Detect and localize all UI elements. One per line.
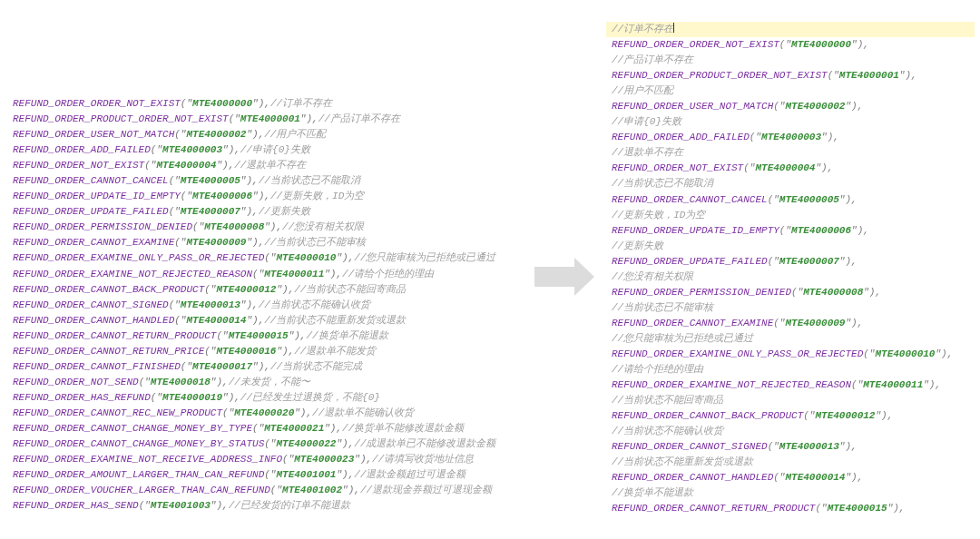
paren-open: (" (181, 96, 192, 112)
enum-line[interactable]: REFUND_ORDER_PERMISSION_DENIED("MTE40000… (606, 285, 975, 300)
code-line[interactable]: REFUND_ORDER_CANNOT_CANCEL("MTE4000005")… (5, 173, 519, 189)
enum-line[interactable]: REFUND_ORDER_PRODUCT_ORDER_NOT_EXIST("MT… (606, 68, 975, 83)
enum-name: REFUND_ORDER_NOT_EXIST (13, 158, 144, 173)
comment-line[interactable]: //请给个拒绝的理由 (606, 362, 975, 377)
tail: , (858, 318, 864, 328)
enum-line[interactable]: REFUND_ORDER_CANNOT_CANCEL("MTE4000005")… (606, 192, 975, 208)
code-line[interactable]: REFUND_ORDER_PERMISSION_DENIED("MTE40000… (5, 220, 519, 235)
enum-line[interactable]: REFUND_ORDER_UPDATE_FAILED("MTE4000007")… (606, 254, 975, 270)
comment-line[interactable]: //当前状态不能重新发货或退款 (606, 455, 975, 470)
comment-line[interactable]: //您只能审核为已拒绝或已通过 (606, 331, 975, 347)
paren-open: (" (282, 452, 294, 467)
enum-line[interactable]: REFUND_ORDER_ADD_FAILED("MTE4000003"), (606, 130, 975, 145)
enum-code: MTE4000008 (204, 220, 264, 235)
enum-line[interactable]: REFUND_ORDER_CANNOT_EXAMINE("MTE4000009"… (606, 316, 975, 331)
paren-close: ") (815, 162, 827, 173)
paren-open: (" (828, 70, 839, 81)
code-line[interactable]: REFUND_ORDER_HAS_REFUND("MTE4000019"),//… (5, 390, 519, 406)
comment-line[interactable]: //当前状态不能回寄商品 (606, 393, 975, 408)
code-line[interactable]: REFUND_ORDER_CANNOT_FINISHED("MTE4000017… (5, 359, 519, 375)
code-line[interactable]: REFUND_ORDER_CANNOT_BACK_PRODUCT("MTE400… (5, 282, 519, 298)
enum-name: REFUND_ORDER_CANNOT_BACK_PRODUCT (13, 282, 204, 298)
enum-line[interactable]: REFUND_ORDER_CANNOT_HANDLED("MTE4000014"… (606, 470, 975, 485)
code-line[interactable]: REFUND_ORDER_HAS_SEND("MTE4001003"),//已经… (5, 498, 519, 514)
paren-open: (" (264, 250, 276, 266)
paren-close: ") (324, 267, 336, 282)
enum-line[interactable]: REFUND_ORDER_USER_NOT_MATCH("MTE4000002"… (606, 99, 975, 114)
paren-open: (" (779, 39, 791, 50)
code-line[interactable]: REFUND_ORDER_CANNOT_SIGNED("MTE4000013")… (5, 298, 519, 313)
comment-text: //用户不匹配 (612, 85, 673, 96)
comment-line[interactable]: //更新失败，ID为空 (606, 208, 975, 223)
code-line[interactable]: REFUND_ORDER_CANNOT_HANDLED("MTE4000014"… (5, 313, 519, 328)
code-line[interactable]: REFUND_ORDER_EXAMINE_ONLY_PASS_OR_REJECT… (5, 250, 519, 266)
comment-line[interactable]: //您没有相关权限 (606, 270, 975, 285)
paren-close: ") (276, 344, 288, 359)
inline-comment: //当前状态不能回寄商品 (294, 282, 406, 298)
comment-line[interactable]: //换货单不能退款 (606, 485, 975, 501)
enum-line[interactable]: REFUND_ORDER_ORDER_NOT_EXIST("MTE4000000… (606, 37, 975, 53)
comment-line[interactable]: //退款单不存在 (606, 145, 975, 161)
comment-text: //更新失败，ID为空 (612, 210, 705, 220)
enum-name: REFUND_ORDER_CANNOT_EXAMINE (13, 235, 174, 250)
code-line[interactable]: REFUND_ORDER_CANNOT_RETURN_PRICE("MTE400… (5, 344, 519, 359)
comment-line[interactable]: //当前状态不能确认收货 (606, 424, 975, 439)
paren-close: ") (336, 436, 348, 452)
tail: , (259, 127, 265, 142)
enum-line[interactable]: REFUND_ORDER_CANNOT_BACK_PRODUCT("MTE400… (606, 408, 975, 424)
comment-line[interactable]: //当前状态已不能取消 (606, 176, 975, 191)
code-line[interactable]: REFUND_ORDER_AMOUNT_LARGER_THAN_CAN_REFU… (5, 467, 519, 483)
paren-close: ") (923, 379, 935, 390)
enum-line[interactable]: REFUND_ORDER_CANNOT_RETURN_PRODUCT("MTE4… (606, 501, 975, 516)
tail: , (833, 132, 839, 142)
comment-line[interactable]: //用户不匹配 (606, 83, 975, 99)
inline-comment: //当前状态已不能取消 (259, 173, 360, 189)
comment-line[interactable]: //申请{0}失败 (606, 114, 975, 130)
code-line[interactable]: REFUND_ORDER_CANNOT_REC_NEW_PRODUCT("MTE… (5, 406, 519, 421)
enum-code: MTE4000015 (229, 328, 289, 344)
comment-line[interactable]: //产品订单不存在 (606, 53, 975, 68)
paren-close: ") (211, 375, 222, 390)
code-line[interactable]: REFUND_ORDER_NOT_SEND("MTE4000018"),//未发… (5, 375, 519, 390)
code-line[interactable]: REFUND_ORDER_UPDATE_FAILED("MTE4000007")… (5, 204, 519, 220)
inline-comment: //已经发货的订单不能退款 (229, 498, 350, 514)
enum-line[interactable]: REFUND_ORDER_CANNOT_SIGNED("MTE4000013")… (606, 439, 975, 455)
code-line[interactable]: REFUND_ORDER_EXAMINE_NOT_RECEIVE_ADDRESS… (5, 452, 519, 467)
code-line[interactable]: REFUND_ORDER_VOUCHER_LARGER_THAN_CAN_REF… (5, 483, 519, 498)
enum-line[interactable]: REFUND_ORDER_EXAMINE_ONLY_PASS_OR_REJECT… (606, 347, 975, 362)
enum-line[interactable]: REFUND_ORDER_NOT_EXIST("MTE4000004"), (606, 161, 975, 176)
code-line[interactable]: REFUND_ORDER_USER_NOT_MATCH("MTE4000002"… (5, 127, 519, 142)
code-line[interactable]: REFUND_ORDER_UPDATE_ID_EMPTY("MTE4000006… (5, 189, 519, 204)
code-line[interactable]: REFUND_ORDER_ORDER_NOT_EXIST("MTE4000000… (5, 96, 519, 112)
paren-open: (" (264, 436, 276, 452)
paren-open: (" (181, 359, 192, 375)
enum-name: REFUND_ORDER_CANNOT_CHANGE_MONEY_BY_TYPE (13, 421, 252, 436)
comment-line[interactable]: //订单不存在 (606, 22, 975, 37)
right-code-pane[interactable]: //订单不存在REFUND_ORDER_ORDER_NOT_EXIST("MTE… (586, 18, 975, 535)
paren-close: ") (845, 318, 857, 328)
paren-close: ") (324, 421, 336, 436)
code-line[interactable]: REFUND_ORDER_ADD_FAILED("MTE4000003"),//… (5, 142, 519, 158)
code-line[interactable]: REFUND_ORDER_CANNOT_EXAMINE("MTE4000009"… (5, 235, 519, 250)
comment-line[interactable]: //更新失败 (606, 239, 975, 254)
code-line[interactable]: REFUND_ORDER_EXAMINE_NOT_REJECTED_REASON… (5, 267, 519, 282)
paren-close: ") (354, 452, 366, 467)
enum-line[interactable]: REFUND_ORDER_EXAMINE_NOT_REJECTED_REASON… (606, 377, 975, 393)
comment-text: //当前状态已不能审核 (612, 302, 713, 313)
paren-open: (" (144, 158, 156, 173)
enum-name: REFUND_ORDER_CANNOT_CANCEL (612, 194, 768, 205)
enum-name: REFUND_ORDER_CANNOT_FINISHED (13, 359, 181, 375)
left-code-pane[interactable]: REFUND_ORDER_ORDER_NOT_EXIST("MTE4000000… (5, 18, 523, 535)
enum-name: REFUND_ORDER_EXAMINE_ONLY_PASS_OR_REJECT… (13, 250, 264, 266)
inline-comment: //您只能审核为已拒绝或已通过 (354, 250, 495, 266)
code-line[interactable]: REFUND_ORDER_CANNOT_RETURN_PRODUCT("MTE4… (5, 328, 519, 344)
paren-open: (" (222, 406, 234, 421)
comment-line[interactable]: //当前状态已不能审核 (606, 300, 975, 316)
code-line[interactable]: REFUND_ORDER_PRODUCT_ORDER_NOT_EXIST("MT… (5, 112, 519, 127)
code-line[interactable]: REFUND_ORDER_CANNOT_CHANGE_MONEY_BY_TYPE… (5, 421, 519, 436)
enum-code: MTE4000008 (803, 287, 863, 298)
code-line[interactable]: REFUND_ORDER_NOT_EXIST("MTE4000004"),//退… (5, 158, 519, 173)
tail: , (899, 503, 906, 514)
enum-line[interactable]: REFUND_ORDER_UPDATE_ID_EMPTY("MTE4000006… (606, 223, 975, 239)
code-line[interactable]: REFUND_ORDER_CANNOT_CHANGE_MONEY_BY_STAT… (5, 436, 519, 452)
